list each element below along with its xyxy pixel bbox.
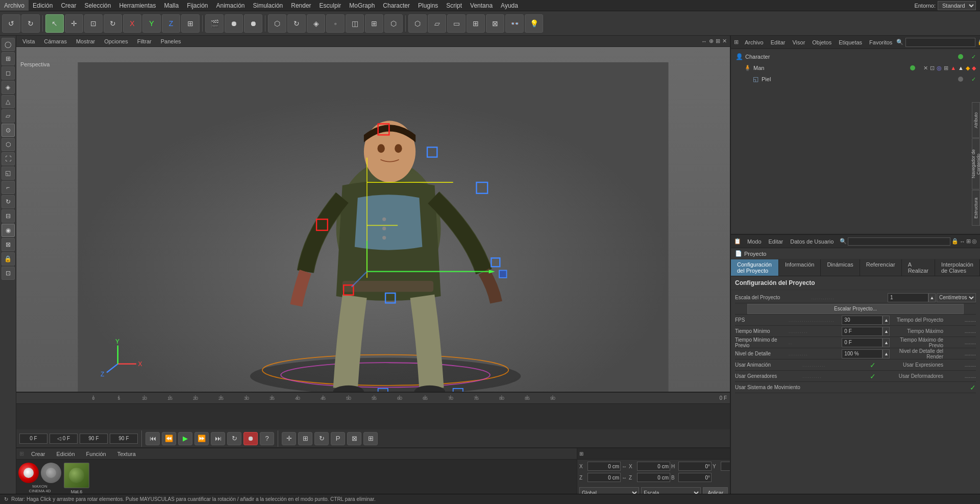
vp-paneles-btn[interactable]: Paneles [158,36,184,46]
tab-interpolacion[interactable]: Interpolación de Claves [935,259,980,276]
left-tool-1[interactable]: ◯ [2,38,15,51]
left-tool-3[interactable]: ◻ [2,66,15,80]
material-mat6[interactable]: Mat.6 [62,463,91,498]
menu-plugins[interactable]: Plugins [414,0,442,11]
left-tool-mirror[interactable]: ⊟ [2,209,15,223]
menu-fijacion[interactable]: Fijación [183,0,212,11]
menu-crear[interactable]: Crear [57,0,80,11]
redo-button[interactable]: ↻ [21,14,40,33]
front-button[interactable]: ▭ [447,14,465,33]
poly-mode-button[interactable]: ↻ [287,14,306,33]
persp-button[interactable]: ⬡ [408,14,427,33]
menu-seleccion[interactable]: Selección [80,0,115,11]
coord-z-pos-input[interactable] [587,473,621,482]
mat-textura-btn[interactable]: Textura [113,449,140,459]
record-button[interactable]: ⏺ [243,432,258,445]
obj-visor-btn[interactable]: Visor [789,37,808,48]
move-tool-button[interactable]: ✛ [65,14,83,33]
attr-modo-btn[interactable]: Modo [744,236,765,247]
prev-frame-button[interactable]: ⏪ [162,432,176,445]
obj-row-piel[interactable]: ◱ Piel ✓ [747,74,980,85]
go-end-button[interactable]: ⏭ [211,432,225,445]
x-axis-button[interactable]: X [123,14,141,33]
uv-mode-button[interactable]: ◫ [346,14,364,33]
scene-canvas[interactable]: Perspectiva [16,47,730,392]
tiempo-min-input[interactable] [842,327,883,336]
coord-b-input[interactable] [678,473,712,482]
key-rot-button[interactable]: ↻ [314,432,329,445]
left-tool-lattice[interactable]: ⊠ [2,238,15,251]
menu-animacion[interactable]: Animación [212,0,249,11]
wire-button[interactable]: ⊞ [365,14,383,33]
y-axis-button[interactable]: Y [142,14,161,33]
coord-z-rot-input[interactable] [637,473,670,482]
menu-edicion[interactable]: Edición [29,0,57,11]
vp-mostrar-btn[interactable]: Mostrar [73,36,98,46]
frame-start-input[interactable] [19,434,47,444]
escala-unit-dropdown[interactable]: Centímetros [937,293,976,302]
go-start-button[interactable]: ⏮ [145,432,160,445]
obj-search-input[interactable] [905,38,975,47]
menu-malla[interactable]: Malla [160,0,183,11]
menu-herramientas[interactable]: Herramientas [115,0,160,11]
escala-spinner-up[interactable]: ▲ [928,293,936,302]
mat-edicion-btn[interactable]: Edición [53,449,79,459]
coord-h-input[interactable] [678,462,712,471]
select-tool-button[interactable]: ↖ [45,14,64,33]
menu-render[interactable]: Render [287,0,315,11]
scale-tool-button[interactable]: ⊡ [84,14,103,33]
top-button[interactable]: ▱ [428,14,446,33]
edge-mode-button[interactable]: ◈ [307,14,325,33]
left-tool-6[interactable]: ▱ [2,109,15,123]
nivel-detalle-spinner[interactable]: ▲ [883,349,890,358]
tab-configuracion[interactable]: Configuración del Proyecto [731,259,779,276]
play-button[interactable]: ▶ [178,432,192,445]
obj-etiquetas-btn[interactable]: Etiquetas [836,37,865,48]
four-view-button[interactable]: ⊠ [486,14,504,33]
mat-crear-btn[interactable]: Crear [27,449,50,459]
menu-mograph[interactable]: MoGraph [345,0,379,11]
key-p-button[interactable]: P [331,432,345,445]
left-tool-11[interactable]: ⌐ [2,181,15,194]
loop-button[interactable]: ↻ [227,432,241,445]
vp-vista-btn[interactable]: Vista [19,36,38,46]
attr-search-input[interactable] [848,237,950,246]
frame-current-input[interactable] [50,434,78,444]
key-layout-button[interactable]: ⊞ [363,432,378,445]
fps-spinner[interactable]: ▲ [883,316,890,325]
left-tool-4[interactable]: ◈ [2,81,15,94]
object-mode-button[interactable]: ⬡ [268,14,286,33]
fps-input[interactable] [842,316,883,325]
left-tool-lock[interactable]: 🔒 [2,252,15,266]
menu-simulacion[interactable]: Simulación [249,0,287,11]
frame-max-input[interactable] [110,434,138,444]
vp-filtrar-btn[interactable]: Filtrar [134,36,155,46]
record-button[interactable]: ⏺ [225,14,243,33]
menu-character[interactable]: Character [379,0,414,11]
obj-favoritos-btn[interactable]: Favoritos [866,37,895,48]
key-grid-button[interactable]: ⊠ [347,432,361,445]
tab-referenciar[interactable]: Referenciar [860,259,902,276]
tiempo-min-previo-spinner[interactable]: ▲ [883,338,890,347]
tab-arealizar[interactable]: A Realizar [902,259,935,276]
left-tool-rotate[interactable]: ↻ [2,195,15,208]
vtab-estructura[interactable]: Estructura [972,190,980,226]
tab-dinamicas[interactable]: Dinámicas [821,259,860,276]
obj-editar-btn[interactable]: Editar [768,37,789,48]
keyframe-button[interactable]: 🎬 [205,14,224,33]
shade-button[interactable]: ⬡ [384,14,403,33]
vp-camaras-btn[interactable]: Cámaras [41,36,70,46]
obj-row-character[interactable]: 👤 Character ✓ [731,51,980,62]
left-tool-10[interactable]: ◱ [2,166,15,180]
vtab-navegador[interactable]: Navegador de Contenido [972,138,980,189]
light-button[interactable]: 💡 [525,14,543,33]
obj-row-man[interactable]: 🧍 Man ✕ ⊡ ◎ ⊞ ▲ ▲ ◆ ◆ [739,62,980,74]
left-tool-5[interactable]: △ [2,95,15,108]
menu-archivo[interactable]: Archivo [0,0,29,11]
environment-dropdown[interactable]: Standard [938,1,976,10]
escala-input[interactable] [888,293,928,302]
menu-ventana[interactable]: Ventana [466,0,497,11]
attr-editar-btn[interactable]: Editar [766,236,787,247]
stereo-button[interactable]: 👓 [505,14,524,33]
left-tool-9[interactable]: ⛶ [2,152,15,165]
